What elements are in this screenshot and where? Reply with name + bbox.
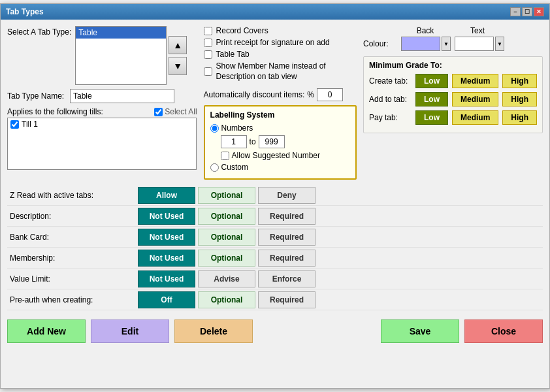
perm-zread-buttons: Allow Optional Deny (138, 187, 315, 204)
create-low-button[interactable]: Low (415, 74, 448, 88)
record-covers-checkbox[interactable] (204, 27, 212, 35)
close-window-button[interactable]: ✕ (534, 7, 544, 16)
perm-row-preauth: Pre-auth when creating: Off Optional Req… (7, 289, 543, 310)
colour-label: Colour: (363, 39, 397, 48)
delete-button[interactable]: Delete (174, 319, 253, 343)
till-checkbox[interactable] (10, 120, 19, 129)
perm-membership-notused[interactable]: Not Used (138, 250, 195, 267)
perm-description-optional[interactable]: Optional (198, 208, 255, 225)
edit-button[interactable]: Edit (91, 319, 169, 343)
perm-bankcard-label: Bank Card: (7, 233, 138, 242)
colour-area: Back Text Colour: ▼ ▼ (363, 26, 543, 51)
perm-description-label: Description: (7, 212, 138, 221)
record-covers-label: Record Covers (216, 26, 268, 35)
text-colour-picker: ▼ (455, 37, 504, 51)
tills-list[interactable]: Till 1 (7, 118, 197, 170)
perm-preauth-optional[interactable]: Optional (198, 291, 255, 308)
pay-tab-row: Pay tab: Low Medium High (369, 110, 537, 125)
permissions-section: Z Read with active tabs: Allow Optional … (7, 185, 543, 310)
perm-membership-buttons: Not Used Optional Required (138, 250, 315, 267)
save-button[interactable]: Save (381, 319, 459, 343)
select-type-row: Select A Tab Type: Table ▲ ▼ (7, 26, 197, 85)
tab-type-name-input[interactable] (70, 89, 174, 103)
perm-preauth-off[interactable]: Off (138, 291, 195, 308)
numbers-radio-row: Numbers (210, 123, 350, 133)
perm-row-valuelimit: Value Limit: Not Used Advise Enforce (7, 269, 543, 289)
numbers-label: Numbers (221, 123, 253, 133)
select-type-label: Select A Tab Type: (7, 26, 71, 37)
text-colour-dropdown[interactable]: ▼ (495, 37, 504, 51)
top-section: Select A Tab Type: Table ▲ ▼ Tab Type Na… (7, 26, 543, 180)
custom-radio[interactable] (210, 163, 219, 172)
tab-type-name-row: Tab Type Name: (7, 89, 197, 103)
move-down-button[interactable]: ▼ (169, 57, 187, 75)
percent-label: % (307, 90, 314, 99)
perm-bankcard-notused[interactable]: Not Used (138, 229, 195, 246)
text-colour-box[interactable] (455, 37, 494, 51)
create-tab-label: Create tab: (369, 76, 412, 86)
left-panel: Select A Tab Type: Table ▲ ▼ Tab Type Na… (7, 26, 197, 180)
perm-valuelimit-label: Value Limit: (7, 274, 138, 284)
auto-discount-row: Automatically discount items: % (204, 88, 357, 101)
perm-zread-deny[interactable]: Deny (258, 187, 315, 204)
show-member-checkbox[interactable] (204, 67, 212, 76)
create-high-button[interactable]: High (502, 74, 537, 88)
add-new-button[interactable]: Add New (7, 319, 86, 343)
perm-membership-required[interactable]: Required (258, 250, 315, 267)
perm-valuelimit-enforce[interactable]: Enforce (258, 270, 315, 287)
tab-type-list[interactable]: Table (75, 26, 167, 85)
perm-zread-optional[interactable]: Optional (198, 187, 255, 204)
perm-membership-optional[interactable]: Optional (198, 250, 255, 267)
add-to-tab-row: Add to tab: Low Medium High (369, 92, 537, 106)
show-member-label: Show Member Name instead of Description … (216, 61, 340, 82)
perm-bankcard-optional[interactable]: Optional (198, 229, 255, 246)
table-tab-checkbox[interactable] (204, 50, 212, 59)
add-low-button[interactable]: Low (415, 92, 448, 106)
numbers-from-input[interactable] (221, 135, 247, 148)
tab-type-name-label: Tab Type Name: (7, 91, 66, 101)
table-tab-label: Table Tab (216, 50, 250, 59)
allow-suggested-checkbox[interactable] (221, 152, 229, 160)
print-receipt-checkbox[interactable] (204, 39, 212, 47)
right-panel: Back Text Colour: ▼ ▼ (363, 26, 543, 180)
pay-medium-button[interactable]: Medium (452, 110, 498, 125)
perm-row-description: Description: Not Used Optional Required (7, 206, 543, 227)
numbers-radio[interactable] (210, 124, 219, 133)
perm-valuelimit-buttons: Not Used Advise Enforce (138, 270, 315, 287)
colour-pickers-row: Colour: ▼ ▼ (363, 37, 543, 51)
numbers-to-input[interactable] (259, 135, 285, 148)
perm-bankcard-required[interactable]: Required (258, 229, 315, 246)
pay-high-button[interactable]: High (502, 110, 537, 125)
list-item[interactable]: Table (76, 27, 166, 39)
move-up-button[interactable]: ▲ (169, 36, 187, 54)
select-all-checkbox-row: Select All (154, 107, 197, 116)
auto-discount-input[interactable] (317, 88, 343, 101)
allow-suggested-row: Allow Suggested Number (221, 151, 350, 160)
back-colour-dropdown[interactable]: ▼ (442, 37, 451, 51)
grade-section: Minimum Grade To: Create tab: Low Medium… (363, 56, 543, 133)
table-tab-row: Table Tab (204, 50, 357, 59)
perm-description-required[interactable]: Required (258, 208, 315, 225)
arrow-buttons: ▲ ▼ (169, 26, 187, 85)
perm-description-notused[interactable]: Not Used (138, 208, 195, 225)
perm-zread-allow[interactable]: Allow (138, 187, 195, 204)
back-colour-box[interactable] (401, 37, 440, 51)
add-high-button[interactable]: High (502, 92, 537, 106)
perm-valuelimit-advise[interactable]: Advise (198, 270, 255, 287)
auto-discount-label: Automatically discount items: (204, 90, 305, 99)
select-all-checkbox[interactable] (154, 108, 163, 116)
create-medium-button[interactable]: Medium (452, 74, 498, 88)
perm-zread-label: Z Read with active tabs: (7, 191, 138, 200)
back-colour-header: Back (401, 26, 449, 35)
add-medium-button[interactable]: Medium (452, 92, 498, 106)
perm-valuelimit-notused[interactable]: Not Used (138, 270, 195, 287)
maximize-button[interactable]: ☐ (522, 7, 532, 16)
title-bar-buttons: − ☐ ✕ (510, 7, 544, 16)
pay-low-button[interactable]: Low (415, 110, 448, 125)
till-item[interactable]: Till 1 (8, 118, 196, 130)
close-button[interactable]: Close (464, 319, 543, 343)
minimize-button[interactable]: − (510, 7, 521, 16)
applies-label: Applies to the following tills: (7, 107, 103, 116)
perm-preauth-required[interactable]: Required (258, 291, 315, 308)
perm-bankcard-buttons: Not Used Optional Required (138, 229, 315, 246)
